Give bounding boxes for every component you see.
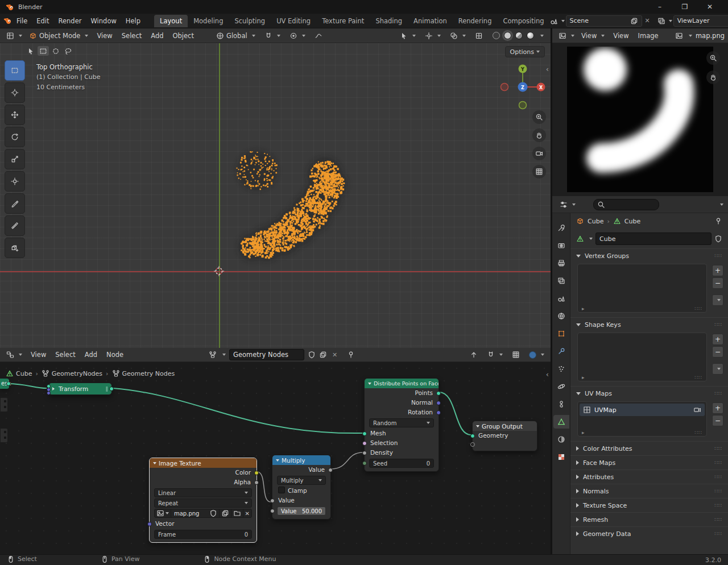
node-group-output[interactable]: Group Output Geometry: [472, 421, 537, 451]
fake-user-shield-icon[interactable]: [714, 235, 722, 243]
workspace-tab-compositing[interactable]: Compositing: [497, 15, 549, 27]
socket-vector-input[interactable]: [147, 522, 152, 526]
clamp-checkbox[interactable]: [278, 487, 285, 493]
render-camera-icon[interactable]: [693, 406, 701, 414]
menu-help[interactable]: Help: [121, 15, 145, 27]
node-transform[interactable]: Transform ∥: [48, 383, 112, 395]
transform-orientation-dropdown[interactable]: Global: [213, 31, 258, 41]
node-header[interactable]: Transform ∥: [49, 383, 111, 394]
properties-filter-caret[interactable]: [720, 203, 723, 206]
node-stub-offscreen[interactable]: [0, 428, 8, 443]
add-button[interactable]: +: [712, 265, 723, 276]
breadcrumb-data[interactable]: Cube: [624, 218, 640, 225]
tool-annotate[interactable]: [5, 193, 25, 214]
panel-header-color-attributes[interactable]: Color Attributes∷∷: [570, 441, 728, 455]
close-button[interactable]: ✕: [697, 0, 722, 14]
menu-render[interactable]: Render: [54, 15, 86, 27]
select-lasso-button[interactable]: [63, 46, 74, 56]
image-name[interactable]: map.png: [171, 510, 208, 517]
node-header[interactable]: Distribute Points on Faces: [365, 379, 439, 388]
panel-header-face-maps[interactable]: Face Maps∷∷: [570, 455, 728, 470]
gizmo-minus-y[interactable]: [519, 102, 527, 109]
viewport-sidebar-toggle[interactable]: ‹: [546, 65, 549, 73]
properties-tab-material[interactable]: [553, 433, 569, 446]
tool-select-box[interactable]: [5, 60, 25, 81]
new-tree-icon[interactable]: [319, 351, 327, 359]
shading-rendered-button[interactable]: [527, 32, 534, 39]
workspace-tab-animation[interactable]: Animation: [408, 15, 453, 27]
image-name[interactable]: map.png: [696, 32, 725, 40]
pin-icon[interactable]: [347, 351, 355, 359]
collapse-caret-icon[interactable]: [368, 383, 371, 385]
extras-dropdown-button[interactable]: [712, 363, 723, 375]
workspace-tab-sculpting[interactable]: Sculpting: [229, 15, 271, 27]
mode-dropdown[interactable]: Object Mode: [26, 31, 91, 41]
proportional-editing-dropdown[interactable]: [287, 31, 308, 41]
menu-window[interactable]: Window: [86, 15, 121, 27]
tool-cursor[interactable]: [5, 82, 25, 103]
fake-user-shield-icon[interactable]: [308, 351, 316, 359]
menu-file[interactable]: File: [12, 15, 32, 27]
viewport-menu-select[interactable]: Select: [117, 30, 146, 41]
workspace-tab-rendering[interactable]: Rendering: [453, 15, 498, 27]
navigation-gizmo[interactable]: Y X Z: [498, 61, 547, 110]
node-overlay-toggle[interactable]: [509, 350, 523, 360]
operation-dropdown[interactable]: Multiply: [277, 476, 326, 485]
camera-view-button[interactable]: [532, 147, 546, 160]
node-menu-node[interactable]: Node: [102, 349, 128, 360]
unlink-scene-button[interactable]: ✕: [643, 17, 652, 24]
node-editor-type-button[interactable]: [3, 350, 25, 360]
mesh-data-icon[interactable]: [576, 235, 584, 243]
options-dropdown[interactable]: Options: [505, 46, 545, 57]
breadcrumb-object[interactable]: Cube: [588, 218, 603, 225]
image-zoom-button[interactable]: [706, 51, 720, 65]
select-box-button[interactable]: [38, 46, 49, 56]
properties-tab-particles[interactable]: [553, 362, 569, 376]
panel-grip-icon[interactable]: ∷∷: [715, 474, 722, 480]
node-breadcrumb-item-geometry-nodes[interactable]: Geometry Nodes: [112, 369, 175, 377]
node-header[interactable]: Multiply: [272, 455, 330, 465]
new-scene-icon[interactable]: [630, 17, 638, 25]
gizmo-minus-x[interactable]: [501, 84, 508, 91]
add-button[interactable]: +: [712, 402, 723, 414]
node-clipped-offscreen[interactable]: esh: [0, 379, 9, 389]
seed-field[interactable]: Seed 0: [369, 459, 434, 468]
remove-button[interactable]: −: [712, 346, 723, 358]
node-menu-add[interactable]: Add: [80, 349, 102, 360]
shading-solid-button[interactable]: [504, 32, 511, 39]
add-button[interactable]: +: [712, 334, 723, 345]
properties-tab-modifiers[interactable]: [553, 344, 569, 358]
node-menu-view[interactable]: View: [26, 349, 51, 360]
panel-header-geometry-data[interactable]: Geometry Data∷∷: [570, 526, 728, 541]
collapse-caret-icon[interactable]: [153, 462, 156, 464]
zoom-button[interactable]: [532, 110, 546, 124]
panel-grip-icon[interactable]: ∷∷: [715, 322, 722, 327]
pin-icon[interactable]: [714, 217, 722, 225]
scene-name-field[interactable]: Scene: [566, 15, 642, 27]
properties-tab-view-layer[interactable]: [553, 274, 569, 288]
shading-material-button[interactable]: [515, 32, 523, 39]
parent-tree-button[interactable]: [467, 350, 481, 360]
image-open-button[interactable]: [231, 509, 243, 517]
tool-rotate[interactable]: [5, 127, 25, 147]
node-preview-toggle[interactable]: [526, 350, 547, 360]
panel-header-remesh[interactable]: Remesh∷∷: [570, 512, 728, 526]
falloff-button[interactable]: [312, 31, 325, 41]
panel-grip-icon[interactable]: ∷∷: [715, 531, 722, 537]
value-slider[interactable]: Value 50.000: [277, 506, 326, 516]
node-sidebar-toggle[interactable]: ‹: [546, 370, 549, 379]
socket-geometry-output[interactable]: [109, 387, 114, 391]
properties-tab-texture[interactable]: [553, 450, 569, 464]
workspace-tab-shading[interactable]: Shading: [370, 15, 408, 27]
socket-virtual-input[interactable]: [470, 442, 475, 447]
tool-measure[interactable]: [5, 215, 25, 236]
viewport-editor-type-button[interactable]: [3, 31, 25, 41]
panel-header-vertex-groups[interactable]: Vertex Groups∷∷: [570, 248, 728, 263]
socket-seed-input[interactable]: [362, 461, 367, 466]
socket-geometry-input[interactable]: [470, 434, 475, 438]
socket-rotation-input[interactable]: [47, 391, 51, 395]
properties-tab-constraints[interactable]: [553, 397, 569, 411]
selectability-dropdown[interactable]: [397, 31, 419, 41]
properties-editor-type-button[interactable]: [557, 200, 578, 210]
blender-menu-icon[interactable]: [3, 16, 12, 25]
